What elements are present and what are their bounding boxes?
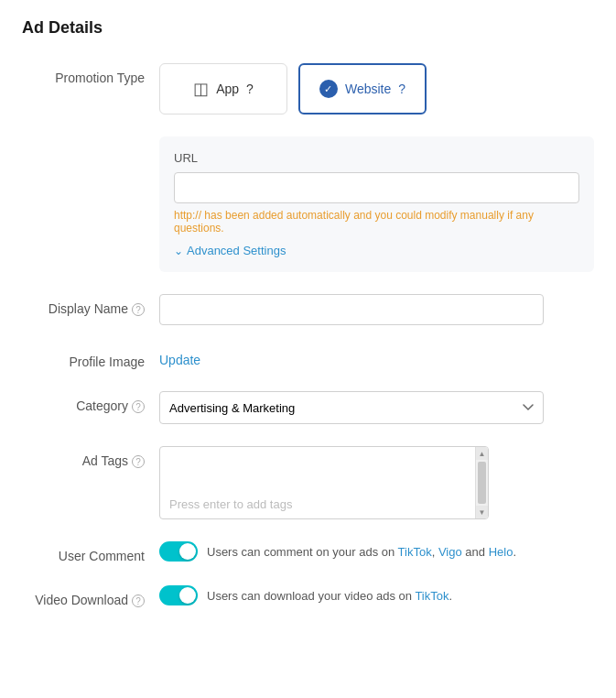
video-download-text: Users can download your video ads on Tik…: [207, 589, 452, 603]
category-row: Category ? Advertising & Marketing Enter…: [22, 391, 594, 424]
ad-tags-row: Ad Tags ? Press enter to add tags ▲ ▼: [22, 446, 594, 519]
display-name-content: [159, 294, 594, 325]
app-icon: ◫: [193, 79, 209, 99]
tags-scrollbar[interactable]: ▲ ▼: [475, 447, 488, 518]
scroll-up-arrow[interactable]: ▲: [476, 447, 488, 460]
user-comment-toggle[interactable]: [159, 541, 198, 562]
video-download-content: Users can download your video ads on Tik…: [159, 585, 594, 605]
display-name-help-icon[interactable]: ?: [132, 303, 145, 316]
video-download-toggle-row: Users can download your video ads on Tik…: [159, 585, 594, 605]
promotion-cards: ◫ App ? ✓ Website ?: [159, 63, 594, 115]
ad-tags-label: Ad Tags ?: [22, 446, 159, 468]
vigo-link[interactable]: Vigo: [438, 545, 462, 559]
chevron-down-icon: ⌄: [174, 245, 183, 257]
app-help-icon[interactable]: ?: [246, 82, 254, 96]
user-comment-label: User Comment: [22, 541, 159, 563]
promo-card-app[interactable]: ◫ App ?: [159, 63, 287, 115]
profile-image-label: Profile Image: [22, 347, 159, 369]
display-name-input[interactable]: [159, 294, 544, 325]
user-comment-text: Users can comment on your ads on TikTok,…: [207, 545, 516, 559]
category-content: Advertising & Marketing Entertainment Ed…: [159, 391, 594, 424]
ad-tags-placeholder: Press enter to add tags: [169, 497, 292, 511]
url-row: URL http:// has been added automatically…: [22, 136, 594, 272]
profile-image-update-link[interactable]: Update: [159, 347, 200, 367]
profile-image-row: Profile Image Update: [22, 347, 594, 369]
url-content: URL http:// has been added automatically…: [159, 136, 594, 272]
tiktok-link-comment[interactable]: TikTok: [398, 545, 432, 559]
url-hint: http:// has been added automatically and…: [174, 209, 579, 234]
advanced-settings-link[interactable]: ⌄ Advanced Settings: [174, 244, 579, 257]
url-spacer-label: [22, 136, 159, 144]
promotion-type-row: Promotion Type ◫ App ? ✓ Website ?: [22, 63, 594, 115]
profile-image-content: Update: [159, 347, 594, 367]
user-comment-content: Users can comment on your ads on TikTok,…: [159, 541, 594, 562]
tiktok-link-download[interactable]: TikTok: [415, 589, 448, 603]
video-download-toggle[interactable]: [159, 585, 198, 605]
promotion-type-label: Promotion Type: [22, 63, 159, 85]
app-label: App: [216, 82, 239, 96]
url-section: URL http:// has been added automatically…: [159, 136, 594, 272]
display-name-row: Display Name ?: [22, 294, 594, 325]
advanced-settings-label: Advanced Settings: [187, 244, 286, 257]
video-download-row: Video Download ? Users can download your…: [22, 585, 594, 607]
ad-tags-content: Press enter to add tags ▲ ▼: [159, 446, 594, 519]
website-help-icon[interactable]: ?: [398, 82, 405, 96]
video-download-help-icon[interactable]: ?: [132, 594, 145, 607]
scroll-down-arrow[interactable]: ▼: [476, 506, 488, 518]
website-check-icon: ✓: [319, 80, 338, 98]
category-select[interactable]: Advertising & Marketing Entertainment Ed…: [159, 391, 544, 424]
promotion-type-content: ◫ App ? ✓ Website ?: [159, 63, 594, 115]
category-label: Category ?: [22, 391, 159, 413]
scrollbar-thumb[interactable]: [478, 462, 486, 504]
display-name-label: Display Name ?: [22, 294, 159, 316]
url-input[interactable]: [174, 172, 579, 203]
helo-link[interactable]: Helo: [489, 545, 513, 559]
ad-tags-help-icon[interactable]: ?: [132, 455, 145, 468]
promo-card-website[interactable]: ✓ Website ?: [298, 63, 427, 115]
ad-tags-input-area[interactable]: Press enter to add tags ▲ ▼: [159, 446, 489, 519]
user-comment-row: User Comment Users can comment on your a…: [22, 541, 594, 563]
video-download-label: Video Download ?: [22, 585, 159, 607]
user-comment-toggle-row: Users can comment on your ads on TikTok,…: [159, 541, 594, 562]
website-label: Website: [345, 82, 391, 96]
page-title: Ad Details: [22, 18, 594, 38]
url-label: URL: [174, 151, 579, 165]
category-help-icon[interactable]: ?: [132, 400, 145, 413]
category-select-wrapper: Advertising & Marketing Entertainment Ed…: [159, 391, 544, 424]
